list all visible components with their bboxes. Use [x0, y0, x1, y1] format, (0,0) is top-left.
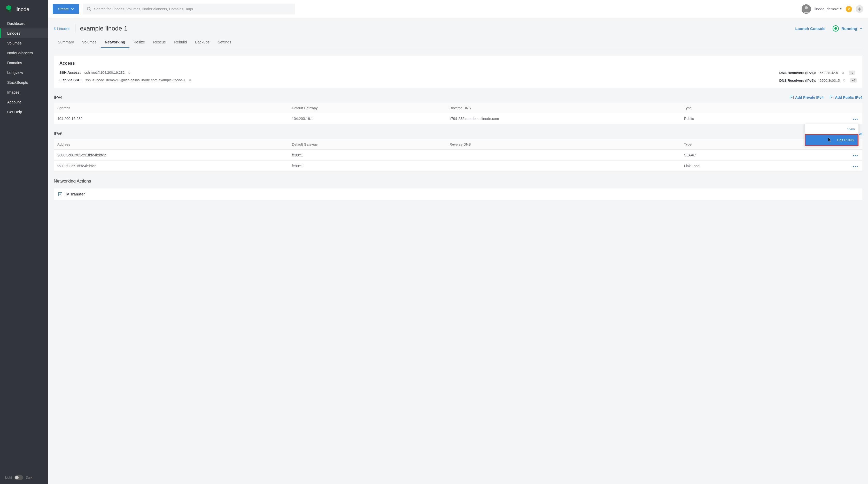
- main: Create linode_demo215 2: [48, 0, 868, 484]
- col-address: Address: [54, 139, 288, 150]
- cell-type: Public: [680, 113, 830, 124]
- col-rdns: Reverse DNS: [446, 139, 680, 150]
- cursor-icon: [828, 138, 832, 142]
- table-row: 2600:3c00::f03c:91ff:fe4b:bfc2 fe80::1 S…: [54, 150, 862, 161]
- dns-ipv6-row: DNS Resolvers (IPv6): 2600:3c03::5 ⧉ +6: [779, 78, 857, 83]
- sidebar-item-linodes[interactable]: Linodes: [0, 28, 48, 38]
- theme-light-label: Light: [5, 476, 12, 479]
- divider: [75, 25, 75, 32]
- username[interactable]: linode_demo215: [814, 7, 842, 11]
- cell-gateway: fe80::1: [288, 150, 446, 161]
- copy-icon[interactable]: ⧉: [843, 79, 845, 82]
- sidebar-item-gethelp[interactable]: Get Help: [0, 107, 48, 117]
- ssh-access-row: SSH Access: ssh root@104.200.16.232 ⧉: [59, 70, 191, 75]
- dns6-more-chip[interactable]: +6: [850, 78, 857, 83]
- header-actions: Launch Console Running: [795, 25, 862, 32]
- dns4-more-chip[interactable]: +9: [848, 70, 855, 75]
- access-title: Access: [59, 61, 857, 66]
- user-area: linode_demo215 2: [802, 4, 863, 14]
- copy-icon[interactable]: ⧉: [128, 71, 130, 75]
- row-actions-button[interactable]: View Edit RDNS: [852, 118, 859, 121]
- breadcrumb-back[interactable]: Linodes: [54, 26, 70, 31]
- content: Linodes example-linode-1 Launch Console …: [48, 18, 868, 218]
- ssh-label: SSH Access:: [59, 70, 81, 75]
- ipv6-title: IPv6: [54, 131, 63, 137]
- theme-toggle: Light Dark: [0, 471, 48, 484]
- dns-ipv4-row: DNS Resolvers (IPv4): 66.228.42.5 ⧉ +9: [779, 70, 857, 75]
- col-type: Type: [680, 103, 830, 113]
- search-wrap: [83, 4, 295, 15]
- tab-summary[interactable]: Summary: [54, 37, 78, 48]
- svg-point-3: [87, 7, 90, 10]
- tabs: Summary Volumes Networking Resize Rescue…: [54, 37, 862, 48]
- row-actions-button[interactable]: [852, 154, 859, 157]
- dns4-label: DNS Resolvers (IPv4):: [779, 71, 816, 75]
- ssh-value: ssh root@104.200.16.232: [85, 70, 125, 75]
- create-button[interactable]: Create: [53, 4, 79, 14]
- plus-icon: +: [790, 96, 794, 99]
- status-indicator-icon: [833, 25, 839, 32]
- tab-resize[interactable]: Resize: [129, 37, 149, 48]
- lish-label: Lish via SSH:: [59, 78, 82, 82]
- tab-backups[interactable]: Backups: [191, 37, 214, 48]
- ipv4-title: IPv4: [54, 95, 63, 100]
- sidebar-item-volumes[interactable]: Volumes: [0, 38, 48, 48]
- sidebar-item-domains[interactable]: Domains: [0, 58, 48, 68]
- col-gateway: Default Gateway: [288, 103, 446, 113]
- col-rdns: Reverse DNS: [446, 103, 680, 113]
- ipv6-table: Address Default Gateway Reverse DNS Type…: [54, 139, 862, 171]
- chevron-down-icon: [71, 8, 74, 10]
- status-dropdown[interactable]: Running: [833, 25, 862, 32]
- lish-access-row: Lish via SSH: ssh -t linode_demo215@lish…: [59, 78, 191, 82]
- add-private-ipv4-link[interactable]: +Add Private IPv4: [790, 95, 824, 99]
- create-label: Create: [58, 7, 69, 11]
- avatar[interactable]: [802, 4, 811, 14]
- avatar-icon: [802, 4, 811, 14]
- col-address: Address: [54, 103, 288, 113]
- dns6-value: 2600:3c03::5: [819, 79, 840, 83]
- cell-address: 2600:3c00::f03c:91ff:fe4b:bfc2: [54, 150, 288, 161]
- copy-icon[interactable]: ⧉: [842, 71, 844, 75]
- sidebar-item-images[interactable]: Images: [0, 87, 48, 97]
- plus-icon: +: [830, 96, 833, 99]
- sidebar-item-nodebalancers[interactable]: NodeBalancers: [0, 48, 48, 58]
- breadcrumb-row: Linodes example-linode-1 Launch Console …: [54, 25, 862, 32]
- notification-button[interactable]: [856, 5, 863, 13]
- ipv4-header: IPv4 +Add Private IPv4 +Add Public IPv4: [54, 95, 862, 100]
- ipv6-header: IPv6 +Add IPv6: [54, 131, 862, 137]
- tab-rebuild[interactable]: Rebuild: [170, 37, 191, 48]
- search-input[interactable]: [94, 7, 291, 11]
- plus-icon: +: [58, 192, 62, 196]
- dropdown-edit-rdns[interactable]: Edit RDNS: [805, 134, 859, 146]
- dns4-value: 66.228.42.5: [819, 71, 838, 75]
- col-gateway: Default Gateway: [288, 139, 446, 150]
- search-icon: [87, 7, 91, 11]
- row-actions-button[interactable]: [852, 165, 859, 168]
- breadcrumb-label: Linodes: [57, 26, 70, 31]
- theme-switch[interactable]: [14, 475, 23, 480]
- add-public-ipv4-link[interactable]: +Add Public IPv4: [830, 95, 862, 99]
- launch-console-link[interactable]: Launch Console: [795, 26, 826, 31]
- sidebar-item-stackscripts[interactable]: StackScripts: [0, 78, 48, 87]
- ip-transfer-action[interactable]: + IP Transfer: [58, 192, 858, 196]
- chevron-left-icon: [54, 27, 56, 30]
- logo[interactable]: linode: [0, 0, 48, 19]
- tab-networking[interactable]: Networking: [101, 37, 129, 48]
- table-row: fe80::f03c:91ff:fe4b:bfc2 fe80::1 Link L…: [54, 161, 862, 171]
- access-panel: Access SSH Access: ssh root@104.200.16.2…: [54, 56, 862, 88]
- sidebar-item-longview[interactable]: Longview: [0, 68, 48, 78]
- sidebar-item-account[interactable]: Account: [0, 97, 48, 107]
- cell-address: fe80::f03c:91ff:fe4b:bfc2: [54, 161, 288, 171]
- row-actions-dropdown: View Edit RDNS: [804, 124, 859, 146]
- cell-type: SLAAC: [680, 150, 830, 161]
- sidebar-item-dashboard[interactable]: Dashboard: [0, 19, 48, 28]
- tab-volumes[interactable]: Volumes: [78, 37, 101, 48]
- tab-rescue[interactable]: Rescue: [149, 37, 170, 48]
- net-actions-title: Networking Actions: [54, 179, 862, 184]
- dropdown-view[interactable]: View: [805, 124, 859, 134]
- copy-icon[interactable]: ⧉: [189, 78, 191, 82]
- tab-settings[interactable]: Settings: [214, 37, 235, 48]
- status-label: Running: [841, 26, 857, 31]
- notification-badge[interactable]: 2: [846, 6, 852, 12]
- cell-type: Link Local: [680, 161, 830, 171]
